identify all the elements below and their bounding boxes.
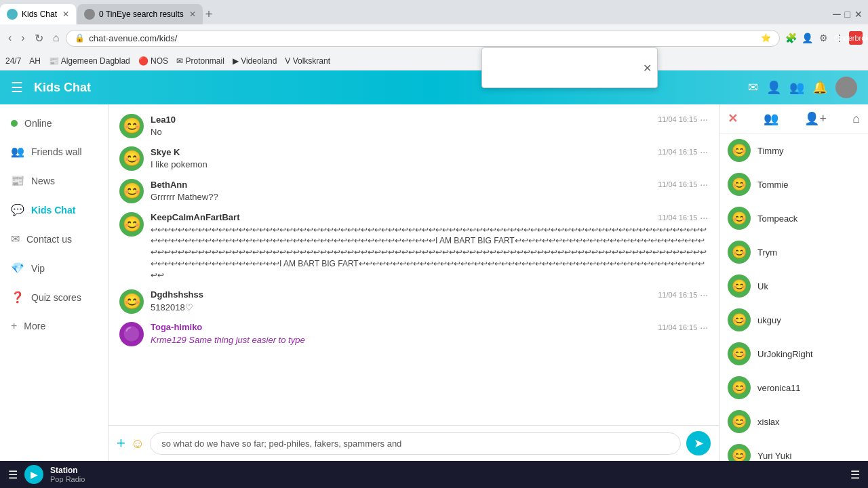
user-name-tompeack: Tompeack — [757, 214, 797, 224]
station-name: Station — [50, 466, 85, 475]
user-avatar-veronica: 😊 — [728, 376, 751, 399]
more-toga[interactable]: ··· — [700, 322, 708, 333]
home-button[interactable]: ⌂ — [50, 29, 62, 47]
close-window-button[interactable]: ✕ — [854, 9, 863, 20]
hamburger-menu[interactable]: ☰ — [11, 79, 23, 96]
popup-close-button[interactable]: ✕ — [643, 62, 652, 75]
player-info: Station Pop Radio — [50, 466, 85, 483]
user-item-uk[interactable]: 😊 Uk — [719, 269, 868, 303]
friends-icon: 👥 — [11, 145, 24, 158]
sidebar-item-vip[interactable]: 💎 Vip — [0, 253, 108, 283]
text-lea10: No — [151, 126, 708, 138]
time-toga: 11/04 16:15 — [658, 323, 697, 331]
text-skyeK: I like pokemon — [151, 159, 708, 171]
panel-close-button[interactable]: ✕ — [728, 111, 738, 126]
tab-tineye[interactable]: 0 TinEye search results ✕ — [77, 4, 203, 24]
maximize-button[interactable]: □ — [845, 9, 850, 20]
user-name-urjoking: UrJokingRight — [757, 349, 813, 359]
sidebar-item-news[interactable]: 📰 News — [0, 166, 108, 195]
text-keepcalm: ↩↩↩↩↩↩↩↩↩↩↩↩↩↩↩↩↩↩↩↩↩↩↩↩↩↩↩↩↩↩↩↩↩↩↩↩↩↩↩↩… — [151, 224, 708, 281]
time-keepcalm: 11/04 16:15 — [658, 214, 697, 222]
tab-kidschat[interactable]: Kids Chat ✕ — [0, 4, 76, 24]
tab-favicon-1 — [7, 9, 18, 20]
bookmark-247[interactable]: 24/7 — [5, 56, 21, 66]
user-name-yuriyuki: Yuri Yuki — [757, 451, 791, 461]
bookmark-volkskrant[interactable]: V Volkskrant — [285, 56, 330, 66]
attach-button[interactable]: + — [117, 434, 125, 452]
message-toga: 🟣 Toga-himiko 11/04 16:15 ··· Krme129 Sa… — [108, 318, 719, 350]
more-lea10[interactable]: ··· — [700, 114, 708, 125]
contact-icon: ✉ — [11, 232, 20, 245]
more-skyeK[interactable]: ··· — [700, 146, 708, 157]
emoji-button[interactable]: ☺ — [131, 436, 144, 451]
more-bethann[interactable]: ··· — [700, 179, 708, 190]
mail-icon[interactable]: ✉ — [748, 80, 758, 95]
sidebar-item-more[interactable]: + More — [0, 312, 108, 340]
user-name-uk: Uk — [757, 281, 768, 291]
bookmark-ah[interactable]: AH — [29, 56, 41, 66]
user-item-veronica[interactable]: 😊 veronica11 — [719, 371, 868, 405]
group-icon[interactable]: 👥 — [764, 111, 778, 126]
user-avatar-timmy: 😊 — [728, 139, 751, 162]
text-bethann: Grrrrrr Mathew?? — [151, 191, 708, 203]
bookmark-videoland[interactable]: ▶ Videoland — [233, 56, 277, 66]
time-skyeK: 11/04 16:15 — [658, 148, 697, 156]
sidebar-label-vip: Vip — [31, 263, 45, 274]
message-lea10: 😊 Lea10 11/04 16:15 ··· No — [108, 110, 719, 142]
username-keepcalm: KeepCalmAnFartBart — [151, 212, 239, 222]
users-icon[interactable]: 👤 — [766, 80, 781, 95]
time-dgdh: 11/04 16:15 — [658, 291, 697, 299]
user-avatar-trym: 😊 — [728, 241, 751, 264]
sidebar-item-contact[interactable]: ✉ Contact us — [0, 224, 108, 253]
tab-close-2[interactable]: ✕ — [189, 9, 196, 19]
tab-close-1[interactable]: ✕ — [62, 9, 69, 19]
player-menu-icon[interactable]: ☰ — [8, 468, 18, 481]
profile-icon[interactable]: 👤 — [800, 31, 814, 45]
add-friend-icon[interactable]: 👤+ — [804, 111, 827, 126]
bookmark-protonmail[interactable]: ✉ Protonmail — [176, 56, 224, 66]
username-dgdh: Dgdhshshss — [151, 289, 203, 300]
address-text: chat-avenue.com/kids/ — [89, 33, 757, 43]
sidebar-label-news: News — [31, 176, 55, 186]
send-button[interactable]: ➤ — [686, 431, 711, 455]
settings-icon[interactable]: ⚙ — [816, 31, 830, 45]
refresh-button[interactable]: ↻ — [32, 29, 46, 47]
message-skyeK: 😊 Skye K 11/04 16:15 ··· I like pokemon — [108, 142, 719, 175]
user-item-trym[interactable]: 😊 Trym — [719, 235, 868, 269]
user-avatar[interactable] — [835, 77, 857, 98]
sidebar-item-quiz[interactable]: ❓ Quiz scores — [0, 283, 108, 312]
sidebar-label-kidschat: Kids Chat — [31, 205, 75, 216]
home-panel-icon[interactable]: ⌂ — [852, 112, 860, 126]
user-item-ukguy[interactable]: 😊 ukguy — [719, 303, 868, 337]
popup-overlay: ✕ — [481, 47, 658, 88]
bell-icon[interactable]: 🔔 — [812, 80, 827, 95]
minimize-button[interactable]: ─ — [833, 8, 840, 20]
add-user-icon[interactable]: 👥 — [789, 80, 804, 95]
user-item-urjoking[interactable]: 😊 UrJokingRight — [719, 337, 868, 371]
new-tab-button[interactable]: + — [205, 7, 213, 22]
user-item-tommie[interactable]: 😊 Tommie — [719, 167, 868, 201]
message-dgdh: 😊 Dgdhshshss 11/04 16:15 ··· 5182018♡ — [108, 285, 719, 318]
user-item-tompeack[interactable]: 😊 Tompeack — [719, 201, 868, 235]
news-icon: 📰 — [11, 174, 24, 187]
onderbroken-badge[interactable]: Onderbroken — [849, 31, 863, 45]
sidebar-item-kidschat[interactable]: 💬 Kids Chat — [0, 195, 108, 224]
address-bar[interactable]: 🔒 chat-avenue.com/kids/ ⭐ — [66, 30, 780, 47]
forward-button[interactable]: › — [18, 29, 27, 47]
chat-input[interactable] — [150, 432, 681, 455]
bookmark-ad[interactable]: 📰 Algemeen Dagblad — [49, 56, 130, 66]
more-dgdh[interactable]: ··· — [700, 289, 708, 300]
user-name-tommie: Tommie — [757, 180, 789, 190]
more-keepcalm[interactable]: ··· — [700, 212, 708, 223]
back-button[interactable]: ‹ — [5, 29, 14, 47]
user-item-yuriyuki[interactable]: 😊 Yuri Yuki — [719, 439, 868, 461]
sidebar-item-online[interactable]: Online — [0, 110, 108, 137]
play-button[interactable]: ▶ — [24, 465, 43, 484]
sidebar-label-online: Online — [24, 118, 52, 129]
player-right-menu[interactable]: ☰ — [850, 468, 860, 481]
user-item-timmy[interactable]: 😊 Timmy — [719, 134, 868, 167]
sidebar-item-friends[interactable]: 👥 Friends wall — [0, 137, 108, 166]
user-item-xislax[interactable]: 😊 xislax — [719, 405, 868, 439]
bookmark-nos[interactable]: 🔴 NOS — [138, 56, 168, 66]
extensions-icon[interactable]: 🧩 — [784, 31, 797, 45]
